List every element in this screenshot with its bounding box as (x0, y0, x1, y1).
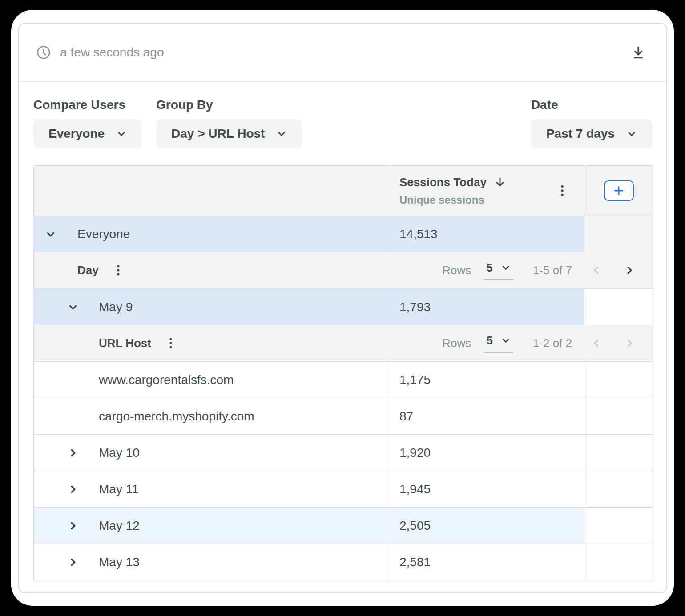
row-add-cell (584, 471, 653, 507)
table-header-row: Sessions Today Unique sessions (34, 166, 653, 216)
rows-label: Rows (442, 264, 471, 277)
expand-row-button[interactable] (63, 443, 83, 463)
group-label: URL Host (99, 336, 151, 350)
chevron-down-icon (501, 263, 511, 272)
table-row[interactable]: cargo-merch.myshopify.com 87 (34, 398, 653, 434)
add-column-cell (584, 166, 653, 216)
row-label: cargo-merch.myshopify.com (99, 409, 254, 424)
metric-title[interactable]: Sessions Today (399, 176, 487, 189)
group-by-filter: Group By Day > URL Host (156, 98, 302, 148)
next-page-button[interactable] (621, 262, 638, 279)
compare-users-filter: Compare Users Everyone (33, 98, 142, 148)
results-table: Sessions Today Unique sessions (33, 165, 653, 580)
page-range: 1-2 of 2 (533, 336, 572, 350)
table-row[interactable]: May 9 1,793 (34, 288, 653, 325)
chevron-left-icon (591, 337, 602, 349)
rows-per-page-value: 5 (486, 261, 492, 275)
group-by-dropdown[interactable]: Day > URL Host (156, 119, 302, 148)
collapse-row-button[interactable] (63, 297, 83, 317)
next-page-button[interactable] (621, 335, 638, 352)
row-label: Everyone (77, 227, 130, 241)
kebab-icon (113, 263, 124, 277)
rows-per-page-value: 5 (486, 334, 492, 348)
prev-page-button[interactable] (588, 335, 605, 352)
row-add-cell (584, 544, 653, 580)
last-updated: a few seconds ago (36, 45, 164, 60)
row-add-cell (584, 508, 653, 544)
clock-icon (36, 45, 51, 60)
group-menu-button[interactable] (163, 333, 179, 353)
chevron-right-icon (67, 556, 79, 568)
row-value: 14,513 (391, 216, 584, 252)
row-value: 1,175 (391, 362, 584, 398)
table-row[interactable]: Everyone 14,513 (34, 216, 653, 252)
date-value: Past 7 days (546, 127, 615, 141)
metric-header-text: Sessions Today Unique sessions (399, 176, 506, 206)
rows-per-page-select[interactable]: 5 (484, 334, 513, 353)
metric-menu-button[interactable] (554, 180, 571, 201)
row-value: 2,581 (391, 544, 584, 580)
compare-users-dropdown[interactable]: Everyone (33, 119, 142, 148)
metric-subtitle: Unique sessions (399, 194, 506, 206)
row-add-cell (584, 362, 653, 398)
pagination-day: Rows 5 1-5 of 7 (442, 261, 653, 280)
kebab-icon (165, 336, 176, 350)
pagination-url-host: Rows 5 1-2 of 2 (442, 334, 653, 353)
row-value: 2,505 (391, 508, 584, 544)
expand-row-button[interactable] (63, 552, 83, 572)
chevron-right-icon (67, 484, 79, 495)
row-add-cell (584, 289, 653, 325)
row-label: May 9 (99, 300, 133, 314)
chevron-left-icon (591, 264, 602, 276)
compare-users-value: Everyone (48, 127, 105, 141)
arrow-down-icon[interactable] (494, 176, 506, 188)
chevron-down-icon (626, 128, 637, 139)
date-filter: Date Past 7 days (531, 98, 652, 148)
table-row[interactable]: May 10 1,920 (34, 434, 653, 471)
chevron-right-icon (624, 264, 635, 276)
row-value: 1,945 (391, 471, 584, 507)
chevron-right-icon (624, 337, 635, 349)
chevron-down-icon (45, 228, 56, 240)
compare-users-label: Compare Users (33, 98, 142, 112)
row-label: May 13 (99, 555, 140, 569)
row-value: 1,920 (391, 435, 584, 471)
expand-row-button[interactable] (63, 480, 83, 499)
kebab-icon (556, 183, 568, 198)
report-topbar: a few seconds ago (19, 24, 666, 82)
prev-page-button[interactable] (588, 262, 605, 279)
chevron-right-icon (67, 447, 79, 459)
date-label: Date (531, 98, 652, 112)
chevron-down-icon (501, 336, 511, 345)
download-icon (631, 45, 646, 60)
row-value: 1,793 (391, 289, 584, 325)
date-dropdown[interactable]: Past 7 days (531, 119, 652, 148)
download-button[interactable] (627, 41, 649, 64)
group-by-label: Group By (156, 98, 302, 112)
row-label: May 10 (99, 446, 140, 460)
report-card: a few seconds ago Compare Users Everyone (18, 23, 667, 593)
plus-icon (612, 184, 625, 197)
row-label: May 12 (99, 519, 140, 533)
report-panel: a few seconds ago Compare Users Everyone (11, 10, 674, 606)
group-header-day: Day Rows 5 1-5 of 7 (34, 252, 653, 288)
row-label: www.cargorentalsfs.com (99, 373, 234, 387)
row-add-cell (584, 435, 653, 471)
group-menu-button[interactable] (110, 260, 126, 280)
group-header-url-host: URL Host Rows 5 1-2 of 2 (34, 325, 653, 361)
table-header-name-cell (34, 166, 391, 216)
rows-label: Rows (442, 336, 471, 350)
row-label: May 11 (99, 482, 139, 496)
row-value: 87 (391, 398, 584, 434)
add-column-button[interactable] (604, 180, 634, 201)
table-row[interactable]: May 11 1,945 (34, 471, 653, 507)
chevron-down-icon (276, 128, 287, 139)
row-add-cell (584, 398, 653, 434)
table-row[interactable]: May 13 2,581 (34, 544, 653, 580)
expand-row-button[interactable] (63, 516, 83, 536)
table-row[interactable]: May 12 2,505 (34, 507, 653, 544)
table-row[interactable]: www.cargorentalsfs.com 1,175 (34, 361, 653, 398)
collapse-row-button[interactable] (41, 224, 60, 244)
rows-per-page-select[interactable]: 5 (484, 261, 513, 280)
row-add-cell (584, 216, 653, 252)
